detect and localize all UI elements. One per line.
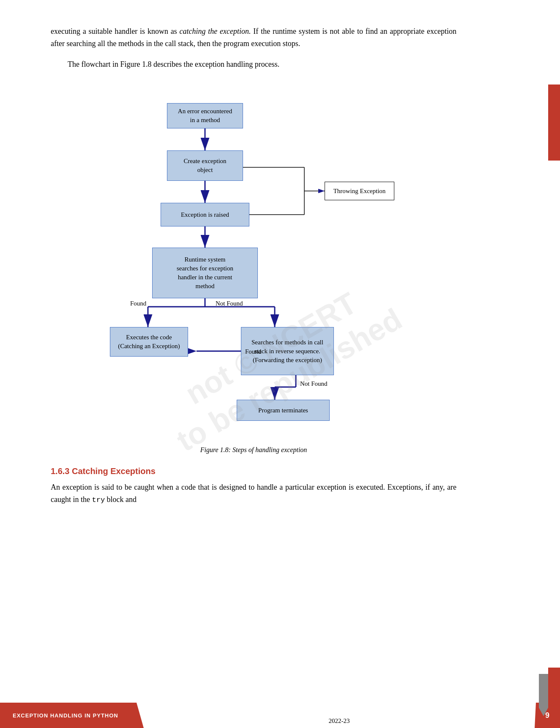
flowchart: An error encounteredin a method Create e… (106, 83, 402, 434)
section-text-after: block and (105, 495, 137, 504)
box6-text: Searches for methods in callstack in rev… (251, 338, 323, 365)
bookmark-top (548, 85, 560, 161)
not-found-label2: Not Found (300, 380, 328, 387)
page: not © NCERTto be republished executing a… (0, 0, 560, 728)
box2-text: Create exceptionobject (183, 157, 226, 175)
box7-text: Program terminates (258, 406, 308, 415)
section-heading: 1.6.3 Catching Exceptions (51, 466, 456, 476)
not-found-label1: Not Found (216, 300, 243, 307)
flowchart-box5: Executes the code(Catching an Exception) (110, 327, 188, 357)
box3-text: Exception is raised (181, 210, 229, 219)
intro-text-before: executing a suitable handler is known as (51, 27, 180, 35)
bookmark-gray (539, 674, 548, 716)
footer-title-text: Exception Handling in Python (13, 712, 118, 719)
figure-intro: The flowchart in Figure 1.8 describes th… (51, 58, 456, 71)
footer-year-text: 2022-23 (329, 717, 350, 725)
box4-text: Runtime systemsearches for exceptionhand… (177, 255, 233, 291)
box1-text: An error encounteredin a method (178, 107, 232, 125)
box5-text: Executes the code(Catching an Exception) (118, 333, 180, 351)
footer-title: Exception Handling in Python (0, 703, 144, 728)
bookmark-bottom (548, 668, 560, 718)
flowchart-box7: Program terminates (237, 400, 330, 421)
flowchart-box3: Exception is raised (161, 203, 249, 226)
flowchart-box1: An error encounteredin a method (167, 103, 243, 128)
found-label1: Found (130, 300, 146, 307)
flowchart-box2: Create exceptionobject (167, 150, 243, 181)
throwing-exception-box: Throwing Exception (325, 182, 394, 200)
footer: Exception Handling in Python 2022-23 9 (0, 703, 560, 728)
flowchart-container: An error encounteredin a method Create e… (51, 83, 456, 434)
intro-italic: catching the exception. (180, 27, 251, 35)
intro-paragraph: executing a suitable handler is known as… (51, 25, 456, 50)
section-text: An exception is said to be caught when a… (51, 481, 456, 506)
footer-page-number: 9 (545, 711, 549, 720)
figure-caption: Figure 1.8: Steps of handling exception (51, 446, 456, 454)
flowchart-box4: Runtime systemsearches for exceptionhand… (152, 248, 258, 298)
throwing-text: Throwing Exception (333, 187, 386, 196)
footer-year: 2022-23 (144, 703, 535, 728)
found-label2: Found (245, 348, 261, 355)
try-keyword: try (92, 496, 105, 504)
